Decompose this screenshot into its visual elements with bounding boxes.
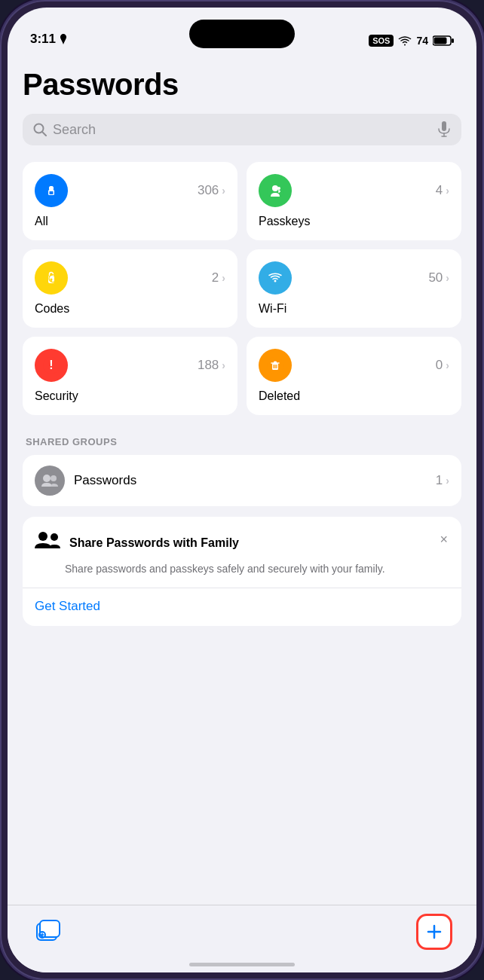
svg-point-35 xyxy=(38,532,47,541)
group-count: 1 › xyxy=(436,473,449,488)
banner-title: Share Passwords with Family xyxy=(69,536,239,551)
chevron-right-icon: › xyxy=(446,185,449,197)
battery-icon xyxy=(433,35,454,46)
svg-point-36 xyxy=(51,533,58,541)
wifi-count: 50 › xyxy=(428,270,449,285)
svg-line-5 xyxy=(42,132,46,136)
chevron-right-icon: › xyxy=(222,185,225,197)
codes-count: 2 › xyxy=(212,270,225,285)
shared-groups-card[interactable]: Passwords 1 › xyxy=(23,455,461,506)
wifi-icon xyxy=(398,35,412,46)
deleted-label: Deleted xyxy=(259,389,449,403)
get-started-button[interactable]: Get Started xyxy=(35,599,100,613)
svg-point-15 xyxy=(277,187,280,190)
page-title: Passwords xyxy=(23,68,461,102)
group-left: Passwords xyxy=(35,466,136,496)
svg-text:!: ! xyxy=(49,359,53,371)
search-bar[interactable]: Search xyxy=(23,114,461,145)
search-placeholder: Search xyxy=(53,122,431,138)
category-card-passkeys[interactable]: 4 › Passkeys xyxy=(247,162,461,240)
banner-title-row: Share Passwords with Family xyxy=(35,530,239,557)
search-icon xyxy=(33,123,47,136)
home-indicator xyxy=(189,963,295,966)
time-display: 3:11 xyxy=(30,32,56,47)
category-card-codes[interactable]: 2 › Codes xyxy=(23,249,237,328)
passkeys-icon xyxy=(259,174,292,207)
group-icon xyxy=(35,466,65,496)
svg-point-33 xyxy=(43,475,51,482)
categories-grid: 306 › All xyxy=(23,162,461,415)
wifi-cat-icon xyxy=(259,261,292,295)
card-top-codes: 2 › xyxy=(35,261,225,295)
passkeys-count: 4 › xyxy=(436,183,449,198)
chevron-right-icon: › xyxy=(446,475,449,487)
phone-screen: 3:11 SOS 74 xyxy=(8,8,476,972)
card-top-security: ! 188 › xyxy=(35,349,225,382)
svg-point-34 xyxy=(51,475,57,481)
shared-group-row[interactable]: Passwords 1 › xyxy=(35,455,449,506)
screen-content: Passwords Search xyxy=(8,53,476,972)
status-time: 3:11 xyxy=(30,32,68,47)
phone-frame: 3:11 SOS 74 xyxy=(0,0,484,980)
card-top-passkeys: 4 › xyxy=(259,174,449,207)
all-label: All xyxy=(35,215,225,228)
security-count: 188 › xyxy=(198,358,225,373)
family-share-banner: Share Passwords with Family × Share pass… xyxy=(23,517,461,626)
category-card-all[interactable]: 306 › All xyxy=(23,162,237,240)
codes-icon xyxy=(35,261,68,295)
security-icon: ! xyxy=(35,349,68,382)
banner-header: Share Passwords with Family × xyxy=(35,530,449,557)
all-count: 306 › xyxy=(198,183,225,198)
svg-rect-3 xyxy=(434,38,447,44)
banner-close-button[interactable]: × xyxy=(438,530,449,549)
microphone-icon[interactable] xyxy=(437,121,451,138)
codes-label: Codes xyxy=(35,302,225,316)
battery-display: 74 xyxy=(416,35,428,47)
svg-rect-2 xyxy=(452,38,454,43)
chevron-right-icon: › xyxy=(446,359,449,371)
svg-point-14 xyxy=(272,185,278,191)
chevron-right-icon: › xyxy=(446,272,449,284)
category-card-deleted[interactable]: 0 › Deleted xyxy=(247,337,461,415)
shared-groups-header: SHARED GROUPS xyxy=(23,436,461,447)
new-window-button[interactable] xyxy=(32,915,65,948)
passkeys-label: Passkeys xyxy=(259,215,449,228)
card-top-deleted: 0 › xyxy=(259,349,449,382)
card-top-wifi: 50 › xyxy=(259,261,449,295)
security-label: Security xyxy=(35,389,225,403)
family-icon xyxy=(35,530,60,557)
category-card-security[interactable]: ! 188 › Security xyxy=(23,337,237,415)
svg-point-24 xyxy=(274,280,277,282)
banner-description: Share passwords and passkeys safely and … xyxy=(65,561,449,577)
deleted-count: 0 › xyxy=(436,358,449,373)
sos-badge: SOS xyxy=(369,35,394,47)
chevron-right-icon: › xyxy=(222,272,225,284)
group-name: Passwords xyxy=(74,473,136,488)
category-card-wifi[interactable]: 50 › Wi-Fi xyxy=(247,249,461,328)
card-top-all: 306 › xyxy=(35,174,225,207)
dynamic-island xyxy=(189,20,295,48)
svg-point-11 xyxy=(49,186,54,191)
chevron-right-icon: › xyxy=(222,359,225,371)
svg-rect-6 xyxy=(442,121,446,131)
add-password-button[interactable] xyxy=(416,914,452,950)
banner-divider xyxy=(23,588,461,588)
svg-rect-12 xyxy=(50,191,54,194)
deleted-icon xyxy=(259,349,292,382)
wifi-label: Wi-Fi xyxy=(259,302,449,316)
all-icon xyxy=(35,174,68,207)
location-icon xyxy=(59,34,68,44)
status-right: SOS 74 xyxy=(369,35,454,47)
